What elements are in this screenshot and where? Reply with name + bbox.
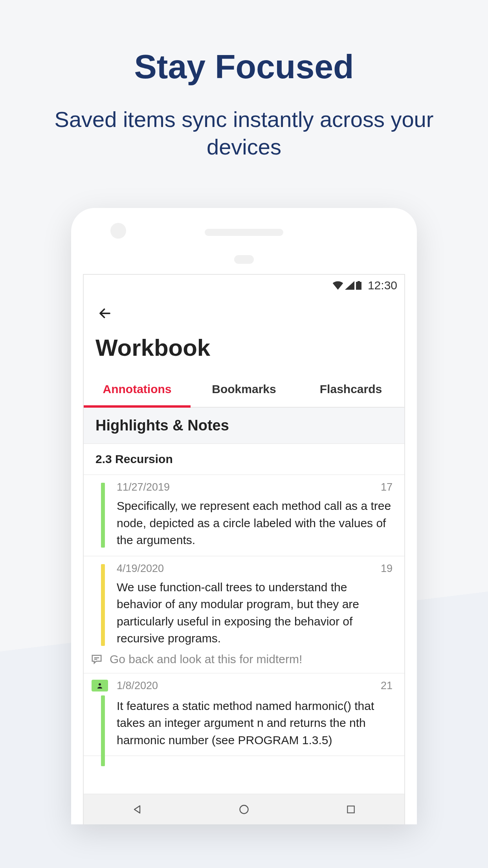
section-header: Highlights & Notes: [84, 408, 404, 444]
circle-home-icon: [238, 804, 250, 815]
person-icon: [96, 682, 103, 689]
triangle-back-icon: [132, 804, 143, 815]
phone-mockup: 12:30 Workbook Annotations Bookmarks Fla…: [71, 208, 417, 824]
arrow-left-icon: [98, 306, 112, 320]
note-text: We use function-call trees to understand…: [117, 579, 393, 647]
tab-annotations[interactable]: Annotations: [84, 373, 191, 408]
note-comment-text: Go back and look at this for midterm!: [110, 653, 302, 666]
svg-rect-3: [347, 806, 354, 813]
phone-hardware-top: [83, 223, 405, 274]
hero-subtitle: Saved items sync instantly across your d…: [0, 106, 488, 161]
note-page: 17: [381, 481, 393, 493]
cellular-icon: [345, 281, 354, 290]
back-button[interactable]: [95, 302, 114, 328]
note-item[interactable]: 11/27/2019 17 Specifically, we represent…: [84, 475, 404, 556]
highlight-bar-green: [101, 483, 105, 548]
battery-icon: [356, 281, 361, 290]
page-title: Workbook: [95, 334, 393, 361]
square-recents-icon: [346, 804, 356, 815]
app-header: Workbook: [84, 294, 404, 365]
svg-rect-0: [356, 282, 361, 290]
note-item[interactable]: 4/19/2020 19 We use function-call trees …: [84, 556, 404, 673]
user-badge: [92, 680, 108, 691]
nav-home-button[interactable]: [237, 802, 251, 817]
note-text: It features a static method named harmon…: [117, 697, 393, 749]
note-date: 1/8/2020: [117, 680, 158, 692]
svg-point-2: [240, 805, 248, 813]
tab-bar: Annotations Bookmarks Flashcards: [84, 373, 404, 408]
phone-screen: 12:30 Workbook Annotations Bookmarks Fla…: [83, 274, 405, 824]
note-page: 21: [381, 680, 393, 692]
nav-recents-button[interactable]: [344, 802, 358, 817]
note-date: 11/27/2019: [117, 481, 170, 493]
highlight-bar-green: [101, 695, 105, 766]
status-bar: 12:30: [84, 275, 404, 294]
status-time: 12:30: [368, 279, 397, 292]
note-date: 4/19/2020: [117, 563, 164, 575]
android-nav-bar: [84, 794, 404, 824]
wifi-icon: [332, 281, 343, 290]
note-text: Specifically, we represent each method c…: [117, 497, 393, 549]
comment-icon: [91, 653, 103, 665]
hero-section: Stay Focused Saved items sync instantly …: [0, 0, 488, 161]
highlight-bar-yellow: [101, 564, 105, 646]
note-page: 19: [381, 563, 393, 575]
note-item[interactable]: 1/8/2020 21 It features a static method …: [84, 673, 404, 756]
tab-bookmarks[interactable]: Bookmarks: [191, 373, 297, 407]
tab-flashcards[interactable]: Flashcards: [297, 373, 404, 407]
nav-back-button[interactable]: [130, 802, 144, 817]
hero-title: Stay Focused: [0, 47, 488, 86]
svg-rect-1: [358, 281, 360, 282]
note-comment: Go back and look at this for midterm!: [91, 653, 393, 666]
chapter-label: 2.3 Recursion: [84, 444, 404, 475]
notes-list[interactable]: 11/27/2019 17 Specifically, we represent…: [84, 475, 404, 794]
